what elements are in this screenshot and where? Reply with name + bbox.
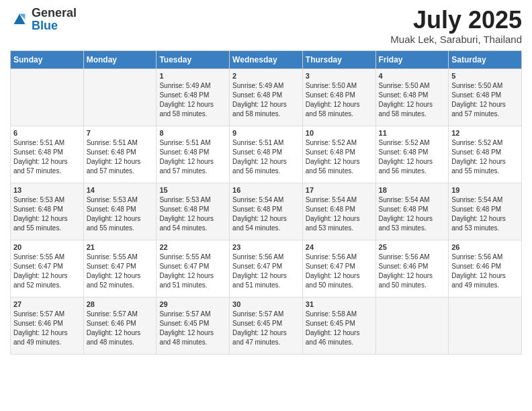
day-number: 3: [306, 72, 373, 80]
header-sunday: Sunday: [11, 50, 84, 68]
calendar-cell: 20Sunrise: 5:55 AM Sunset: 6:47 PM Dayli…: [11, 240, 84, 297]
calendar-cell: 23Sunrise: 5:56 AM Sunset: 6:47 PM Dayli…: [230, 240, 303, 297]
title-block: July 2025 Muak Lek, Saraburi, Thailand: [390, 7, 522, 45]
calendar-week-row: 13Sunrise: 5:53 AM Sunset: 6:48 PM Dayli…: [11, 183, 522, 240]
calendar-cell: [83, 68, 157, 126]
logo-general: General: [32, 7, 77, 19]
calendar-week-row: 6Sunrise: 5:51 AM Sunset: 6:48 PM Daylig…: [11, 126, 522, 183]
day-number: 13: [13, 186, 81, 194]
day-info: Sunrise: 5:51 AM Sunset: 6:48 PM Dayligh…: [13, 138, 81, 176]
page-title: July 2025: [390, 7, 522, 34]
page-header: General Blue July 2025 Muak Lek, Sarabur…: [10, 7, 522, 45]
calendar-cell: 31Sunrise: 5:58 AM Sunset: 6:45 PM Dayli…: [302, 297, 375, 354]
calendar-cell: 25Sunrise: 5:56 AM Sunset: 6:46 PM Dayli…: [375, 240, 449, 297]
day-number: 19: [451, 186, 519, 194]
logo: General Blue: [10, 7, 77, 32]
logo-blue: Blue: [32, 19, 77, 32]
calendar-cell: 22Sunrise: 5:55 AM Sunset: 6:47 PM Dayli…: [157, 240, 230, 297]
calendar-week-row: 20Sunrise: 5:55 AM Sunset: 6:47 PM Dayli…: [11, 240, 522, 297]
day-info: Sunrise: 5:56 AM Sunset: 6:46 PM Dayligh…: [451, 253, 519, 290]
day-info: Sunrise: 5:56 AM Sunset: 6:47 PM Dayligh…: [232, 253, 300, 290]
calendar-week-row: 27Sunrise: 5:57 AM Sunset: 6:46 PM Dayli…: [11, 297, 522, 354]
day-info: Sunrise: 5:56 AM Sunset: 6:47 PM Dayligh…: [306, 253, 373, 290]
header-wednesday: Wednesday: [230, 50, 303, 68]
day-number: 30: [232, 300, 300, 308]
day-number: 16: [232, 186, 300, 194]
calendar-cell: 27Sunrise: 5:57 AM Sunset: 6:46 PM Dayli…: [11, 297, 84, 354]
day-number: 17: [306, 186, 373, 194]
day-info: Sunrise: 5:55 AM Sunset: 6:47 PM Dayligh…: [159, 253, 226, 290]
day-number: 9: [232, 129, 300, 137]
day-number: 5: [451, 72, 519, 80]
calendar-cell: 21Sunrise: 5:55 AM Sunset: 6:47 PM Dayli…: [83, 240, 157, 297]
calendar-cell: 5Sunrise: 5:50 AM Sunset: 6:48 PM Daylig…: [449, 68, 522, 126]
calendar-cell: 26Sunrise: 5:56 AM Sunset: 6:46 PM Dayli…: [449, 240, 522, 297]
day-number: 23: [232, 243, 300, 251]
calendar-cell: 7Sunrise: 5:51 AM Sunset: 6:48 PM Daylig…: [83, 126, 157, 183]
day-info: Sunrise: 5:56 AM Sunset: 6:46 PM Dayligh…: [379, 253, 446, 290]
calendar-cell: 1Sunrise: 5:49 AM Sunset: 6:48 PM Daylig…: [157, 68, 230, 126]
day-info: Sunrise: 5:54 AM Sunset: 6:48 PM Dayligh…: [379, 195, 446, 233]
day-number: 10: [306, 129, 373, 137]
page-subtitle: Muak Lek, Saraburi, Thailand: [390, 34, 522, 45]
header-thursday: Thursday: [302, 50, 375, 68]
day-number: 18: [379, 186, 446, 194]
day-number: 7: [87, 129, 154, 137]
day-info: Sunrise: 5:49 AM Sunset: 6:48 PM Dayligh…: [159, 81, 226, 119]
calendar-cell: 9Sunrise: 5:51 AM Sunset: 6:48 PM Daylig…: [230, 126, 303, 183]
day-number: 15: [159, 186, 226, 194]
calendar-week-row: 1Sunrise: 5:49 AM Sunset: 6:48 PM Daylig…: [11, 68, 522, 126]
day-number: 14: [87, 186, 154, 194]
day-info: Sunrise: 5:57 AM Sunset: 6:46 PM Dayligh…: [13, 310, 81, 347]
calendar-cell: 6Sunrise: 5:51 AM Sunset: 6:48 PM Daylig…: [11, 126, 84, 183]
day-number: 11: [379, 129, 446, 137]
calendar-cell: 2Sunrise: 5:49 AM Sunset: 6:48 PM Daylig…: [230, 68, 303, 126]
day-number: 21: [87, 243, 154, 251]
calendar-cell: 18Sunrise: 5:54 AM Sunset: 6:48 PM Dayli…: [375, 183, 449, 240]
calendar-table: SundayMondayTuesdayWednesdayThursdayFrid…: [10, 50, 522, 355]
calendar-cell: 30Sunrise: 5:57 AM Sunset: 6:45 PM Dayli…: [230, 297, 303, 354]
day-info: Sunrise: 5:57 AM Sunset: 6:45 PM Dayligh…: [159, 310, 226, 347]
day-info: Sunrise: 5:53 AM Sunset: 6:48 PM Dayligh…: [13, 195, 81, 233]
calendar-cell: 17Sunrise: 5:54 AM Sunset: 6:48 PM Dayli…: [302, 183, 375, 240]
calendar-cell: 24Sunrise: 5:56 AM Sunset: 6:47 PM Dayli…: [302, 240, 375, 297]
day-info: Sunrise: 5:50 AM Sunset: 6:48 PM Dayligh…: [451, 81, 519, 119]
day-info: Sunrise: 5:49 AM Sunset: 6:48 PM Dayligh…: [232, 81, 300, 119]
calendar-cell: 14Sunrise: 5:53 AM Sunset: 6:48 PM Dayli…: [83, 183, 157, 240]
day-info: Sunrise: 5:55 AM Sunset: 6:47 PM Dayligh…: [87, 253, 154, 290]
calendar-cell: [375, 297, 449, 354]
day-info: Sunrise: 5:57 AM Sunset: 6:45 PM Dayligh…: [232, 310, 300, 347]
calendar-header-row: SundayMondayTuesdayWednesdayThursdayFrid…: [11, 50, 522, 68]
calendar-cell: 13Sunrise: 5:53 AM Sunset: 6:48 PM Dayli…: [11, 183, 84, 240]
calendar-cell: 29Sunrise: 5:57 AM Sunset: 6:45 PM Dayli…: [157, 297, 230, 354]
day-info: Sunrise: 5:50 AM Sunset: 6:48 PM Dayligh…: [379, 81, 446, 119]
day-info: Sunrise: 5:51 AM Sunset: 6:48 PM Dayligh…: [232, 138, 300, 176]
day-number: 25: [379, 243, 446, 251]
day-info: Sunrise: 5:54 AM Sunset: 6:48 PM Dayligh…: [451, 195, 519, 233]
day-info: Sunrise: 5:57 AM Sunset: 6:46 PM Dayligh…: [87, 310, 154, 347]
day-number: 27: [13, 300, 81, 308]
calendar-cell: 15Sunrise: 5:53 AM Sunset: 6:48 PM Dayli…: [157, 183, 230, 240]
header-monday: Monday: [83, 50, 157, 68]
day-number: 29: [159, 300, 226, 308]
day-info: Sunrise: 5:50 AM Sunset: 6:48 PM Dayligh…: [306, 81, 373, 119]
day-info: Sunrise: 5:51 AM Sunset: 6:48 PM Dayligh…: [87, 138, 154, 176]
calendar-cell: 3Sunrise: 5:50 AM Sunset: 6:48 PM Daylig…: [302, 68, 375, 126]
day-info: Sunrise: 5:51 AM Sunset: 6:48 PM Dayligh…: [159, 138, 226, 176]
header-saturday: Saturday: [449, 50, 522, 68]
day-info: Sunrise: 5:52 AM Sunset: 6:48 PM Dayligh…: [306, 138, 373, 176]
day-info: Sunrise: 5:53 AM Sunset: 6:48 PM Dayligh…: [87, 195, 154, 233]
day-info: Sunrise: 5:55 AM Sunset: 6:47 PM Dayligh…: [13, 253, 81, 290]
header-tuesday: Tuesday: [157, 50, 230, 68]
day-number: 2: [232, 72, 300, 80]
day-info: Sunrise: 5:52 AM Sunset: 6:48 PM Dayligh…: [451, 138, 519, 176]
calendar-cell: 11Sunrise: 5:52 AM Sunset: 6:48 PM Dayli…: [375, 126, 449, 183]
day-info: Sunrise: 5:58 AM Sunset: 6:45 PM Dayligh…: [306, 310, 373, 347]
logo-icon: [10, 10, 29, 29]
calendar-cell: 28Sunrise: 5:57 AM Sunset: 6:46 PM Dayli…: [83, 297, 157, 354]
calendar-cell: 8Sunrise: 5:51 AM Sunset: 6:48 PM Daylig…: [157, 126, 230, 183]
day-number: 12: [451, 129, 519, 137]
calendar-cell: [11, 68, 84, 126]
calendar-cell: 16Sunrise: 5:54 AM Sunset: 6:48 PM Dayli…: [230, 183, 303, 240]
day-number: 6: [13, 129, 81, 137]
